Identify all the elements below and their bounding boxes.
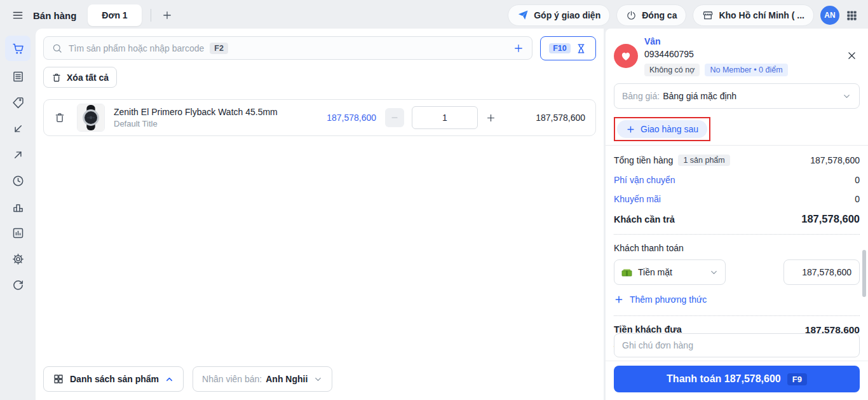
ranking-icon xyxy=(11,200,25,214)
dotted-divider xyxy=(614,315,860,316)
cash-icon xyxy=(621,266,633,279)
app-title: Bán hàng xyxy=(33,10,76,21)
seller-selector[interactable]: Nhân viên bán: Anh Nghii xyxy=(193,366,332,392)
remove-item-trash-icon[interactable] xyxy=(54,112,65,123)
shipping-row: Phí vận chuyển 0 xyxy=(614,175,860,185)
search-placeholder: Tìm sản phẩm hoặc nhập barcode xyxy=(69,43,204,53)
quantity-minus-button[interactable] xyxy=(385,108,404,127)
chevron-up-icon xyxy=(165,375,174,384)
price-list-selector[interactable]: Bảng giá: Bảng giá mặc định xyxy=(614,83,860,109)
line-total: 187,578,600 xyxy=(510,113,585,123)
payment-method-selector[interactable]: Tiền mặt xyxy=(614,259,726,285)
checkout-panel: Vân 0934460795 Không có nợ No Member • 0… xyxy=(606,29,868,400)
product-variant: Default Title xyxy=(114,119,278,128)
search-hotkey-badge: F2 xyxy=(210,43,228,54)
customer-name[interactable]: Vân xyxy=(644,36,788,46)
cart-icon xyxy=(11,42,25,55)
subtotal-row: Tổng tiền hàng 1 sản phẩm 187,578,600 xyxy=(614,155,860,166)
promotion-row: Khuyến mãi 0 xyxy=(614,194,860,204)
arrow-out-icon xyxy=(11,148,25,162)
sidebar-item-sync[interactable] xyxy=(5,274,31,296)
shipping-fee-link[interactable]: Phí vận chuyển xyxy=(614,175,675,185)
sidebar-item-pricing[interactable] xyxy=(5,92,31,113)
sidebar-item-reports[interactable] xyxy=(5,222,31,244)
chevron-down-icon xyxy=(709,268,719,277)
sale-main-area: Tìm sản phẩm hoặc nhập barcode F2 F10 Xó… xyxy=(36,29,604,400)
sidebar-item-orders[interactable] xyxy=(5,66,31,87)
arrow-in-icon xyxy=(11,122,25,135)
dotted-divider xyxy=(614,234,860,235)
unit-price-link[interactable]: 187,578,600 xyxy=(310,113,376,123)
trash-icon xyxy=(51,72,62,83)
sidebar-item-history[interactable] xyxy=(5,170,31,191)
chevron-down-icon xyxy=(842,92,851,101)
chevron-down-icon xyxy=(313,375,323,384)
section-divider xyxy=(606,145,868,146)
shipping-value: 0 xyxy=(855,175,860,185)
deliver-later-highlight-box: Giao hàng sau xyxy=(614,117,710,141)
sync-icon xyxy=(11,279,25,292)
price-tag-icon xyxy=(11,96,25,109)
report-icon xyxy=(11,226,25,240)
product-list-toggle[interactable]: Danh sách sản phẩm xyxy=(43,366,184,392)
history-icon xyxy=(11,174,25,188)
topbar: Bán hàng Đơn 1 Góp ý giao diện Đóng ca K… xyxy=(0,0,868,31)
plus-icon xyxy=(614,294,624,305)
member-status-badge: No Member • 0 điểm xyxy=(705,64,787,76)
promotion-link[interactable]: Khuyến mãi xyxy=(614,194,661,204)
quantity-input[interactable] xyxy=(412,106,478,129)
product-thumbnail xyxy=(77,104,105,132)
deliver-later-button[interactable]: Giao hàng sau xyxy=(617,120,707,138)
customer-heart-avatar[interactable] xyxy=(614,44,638,68)
quantity-plus-button[interactable] xyxy=(485,113,496,123)
sidebar-item-ranking[interactable] xyxy=(5,196,31,217)
clear-all-button[interactable]: Xóa tất cả xyxy=(43,67,117,88)
gear-icon xyxy=(11,252,25,266)
new-order-button[interactable] xyxy=(160,8,174,22)
plus-icon xyxy=(626,125,635,134)
debt-status-badge: Không có nợ xyxy=(644,64,700,76)
orders-icon xyxy=(11,70,25,83)
paper-plane-icon xyxy=(517,10,529,21)
sidebar-item-returns[interactable] xyxy=(5,118,31,139)
panel-scrollbar[interactable] xyxy=(862,250,866,297)
customer-phone: 0934460795 xyxy=(644,49,788,59)
hamburger-menu-icon[interactable] xyxy=(11,9,24,22)
amount-due-row: Khách cần trả 187,578,600 xyxy=(614,213,860,225)
close-shift-button[interactable]: Đóng ca xyxy=(616,4,686,26)
amount-due-value: 187,578,600 xyxy=(801,213,860,225)
remove-customer-close-icon[interactable] xyxy=(844,48,860,64)
promotion-value: 0 xyxy=(855,194,860,204)
item-count-badge: 1 sản phẩm xyxy=(678,155,729,166)
store-selector[interactable]: Kho Hồ chí Minh ( ... xyxy=(693,4,814,26)
sidebar-item-transfers[interactable] xyxy=(5,144,31,165)
grid-icon xyxy=(53,373,64,385)
sidebar-item-settings[interactable] xyxy=(5,248,31,270)
subtotal-value: 187,578,600 xyxy=(810,155,860,165)
sidebar xyxy=(0,31,36,400)
payment-section-label: Khách thanh toán xyxy=(614,243,860,253)
quick-sale-hotkey-badge: F10 xyxy=(549,43,571,53)
order-tab[interactable]: Đơn 1 xyxy=(88,4,141,26)
pay-button[interactable]: Thanh toán 187,578,600 F9 xyxy=(614,366,860,392)
power-icon xyxy=(626,10,637,21)
payment-amount-input[interactable] xyxy=(783,259,860,285)
pay-hotkey-badge: F9 xyxy=(787,373,807,385)
product-name: Zenith El Primero Flyback Watch 45.5mm xyxy=(114,107,278,117)
cart-line-item: Zenith El Primero Flyback Watch 45.5mm D… xyxy=(43,99,596,136)
apps-grid-icon[interactable] xyxy=(846,10,858,22)
add-payment-method-button[interactable]: Thêm phương thức xyxy=(614,294,707,305)
search-input[interactable]: Tìm sản phẩm hoặc nhập barcode F2 xyxy=(43,36,532,60)
quick-sale-button[interactable]: F10 xyxy=(540,36,596,60)
sidebar-item-sell[interactable] xyxy=(5,36,31,61)
hourglass-icon xyxy=(575,43,587,55)
customer-block: Vân 0934460795 Không có nợ No Member • 0… xyxy=(614,35,860,76)
add-custom-product-button[interactable] xyxy=(513,43,524,54)
tab-divider xyxy=(151,9,151,22)
store-icon xyxy=(702,10,714,21)
search-icon xyxy=(51,43,63,54)
order-note-input[interactable] xyxy=(614,333,860,357)
feedback-button[interactable]: Góp ý giao diện xyxy=(508,4,610,26)
user-avatar[interactable]: AN xyxy=(820,6,839,25)
